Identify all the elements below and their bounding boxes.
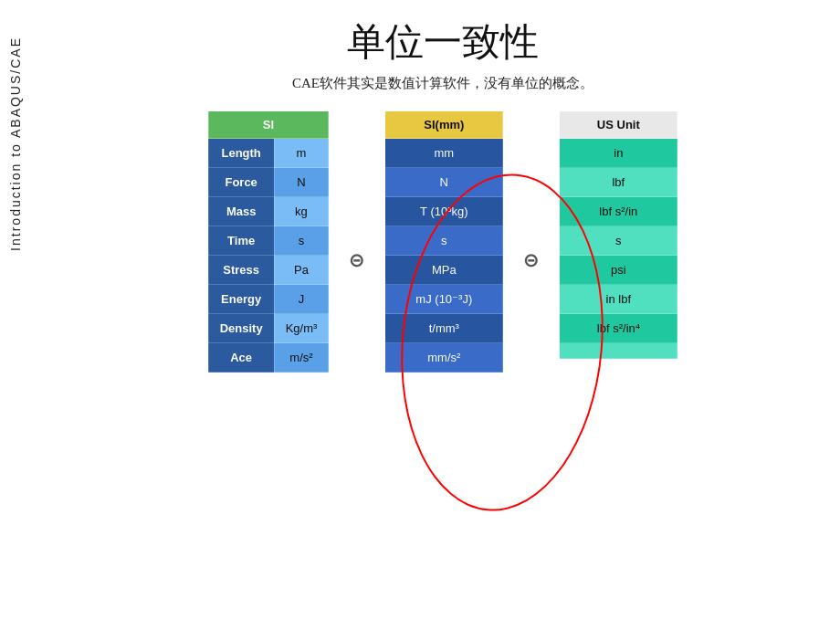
tables-container: SI LengthmForceNMasskgTimesStressPaEnerg… <box>46 110 840 373</box>
table-row: ForceN <box>208 168 329 197</box>
si-value-cell: Pa <box>274 256 329 285</box>
si-value-cell: Kg/m³ <box>274 314 329 343</box>
si-value-cell: kg <box>274 197 329 226</box>
us-value-cell: s <box>560 226 677 256</box>
main-content: 单位一致性 CAE软件其实是数值计算软件，没有单位的概念。 SI Lengthm… <box>46 0 840 630</box>
si-label-cell: Density <box>208 314 274 343</box>
table-row: Masskg <box>208 197 329 226</box>
si-value-cell: N <box>274 168 329 197</box>
equal-sign-2: ⊝ <box>520 249 542 271</box>
si-label-cell: Ace <box>208 343 274 373</box>
si-value-cell: m <box>274 139 329 168</box>
table-row: EnergyJ <box>208 285 329 314</box>
simm-value-cell: mm/s² <box>385 343 503 373</box>
simm-value-cell: s <box>385 226 503 256</box>
table-row: mm/s² <box>385 343 503 373</box>
si-header: SI <box>208 111 329 139</box>
subtitle: CAE软件其实是数值计算软件，没有单位的概念。 <box>46 75 840 92</box>
table-row: in <box>560 139 677 168</box>
equal-sign-1: ⊝ <box>345 249 368 271</box>
table-row: MPa <box>385 256 503 285</box>
table-row: Acem/s² <box>208 343 329 373</box>
table-row: lbf s²/in <box>560 197 677 226</box>
table-row: T (10³kg) <box>385 197 503 226</box>
si-label-cell: Time <box>208 226 274 256</box>
si-label-cell: Stress <box>208 256 274 285</box>
table-row: lbf <box>560 168 677 197</box>
table-row: StressPa <box>208 256 329 285</box>
table-row: Lengthm <box>208 139 329 168</box>
sidebar-label: Introduction to ABAQUS/CAE <box>7 37 26 251</box>
si-value-cell: J <box>274 285 329 314</box>
simm-header: SI(mm) <box>385 111 503 139</box>
us-value-cell <box>560 343 677 359</box>
us-value-cell: in lbf <box>560 285 677 314</box>
simm-value-cell: mJ (10⁻³J) <box>385 285 503 314</box>
table-row: mm <box>385 139 503 168</box>
us-value-cell: in <box>560 139 677 168</box>
us-table: US Unit inlbflbf s²/inspsiin lbflbf s²/i… <box>559 110 677 359</box>
si-label-cell: Mass <box>208 197 274 226</box>
simm-value-cell: mm <box>385 139 503 168</box>
table-row: s <box>385 226 503 256</box>
table-row: in lbf <box>560 285 677 314</box>
us-value-cell: lbf <box>560 168 677 197</box>
simm-value-cell: t/mm³ <box>385 314 503 343</box>
simm-value-cell: T (10³kg) <box>385 197 503 226</box>
us-value-cell: lbf s²/in <box>560 197 677 226</box>
table-row: N <box>385 168 503 197</box>
simm-table: SI(mm) mmNT (10³kg)sMPamJ (10⁻³J)t/mm³mm… <box>384 110 503 373</box>
us-header: US Unit <box>560 111 677 139</box>
us-value-cell: lbf s²/in⁴ <box>560 314 677 343</box>
table-row <box>560 343 677 359</box>
si-label-cell: Energy <box>208 285 274 314</box>
table-row: s <box>560 226 677 256</box>
simm-value-cell: MPa <box>385 256 503 285</box>
page-title: 单位一致性 <box>46 16 840 68</box>
simm-value-cell: N <box>385 168 503 197</box>
si-label-cell: Length <box>208 139 274 168</box>
us-value-cell: psi <box>560 256 677 285</box>
si-value-cell: m/s² <box>274 343 329 373</box>
table-row: mJ (10⁻³J) <box>385 285 503 314</box>
table-row: lbf s²/in⁴ <box>560 314 677 343</box>
table-row: DensityKg/m³ <box>208 314 329 343</box>
table-row: psi <box>560 256 677 285</box>
si-table: SI LengthmForceNMasskgTimesStressPaEnerg… <box>208 110 330 373</box>
table-row: Times <box>208 226 329 256</box>
si-value-cell: s <box>274 226 329 256</box>
si-label-cell: Force <box>208 168 274 197</box>
table-row: t/mm³ <box>385 314 503 343</box>
